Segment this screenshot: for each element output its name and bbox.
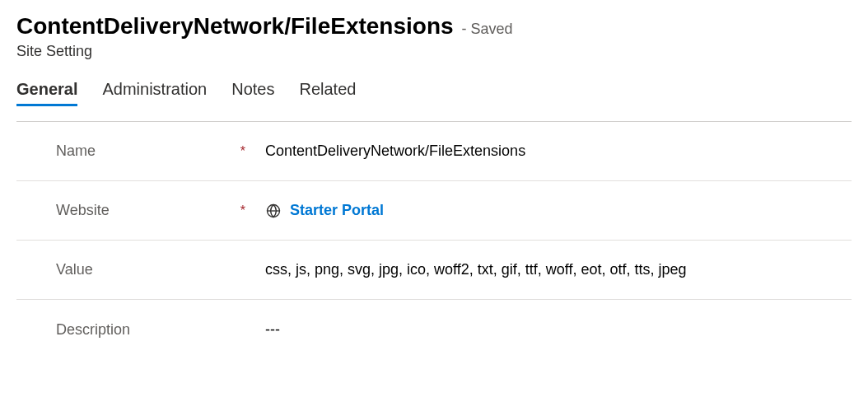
name-value: ContentDeliveryNetwork/FileExtensions: [265, 143, 525, 160]
name-field[interactable]: ContentDeliveryNetwork/FileExtensions: [262, 143, 843, 160]
tab-administration[interactable]: Administration: [102, 80, 207, 106]
description-label: Description: [56, 321, 130, 339]
entity-subtitle: Site Setting: [16, 43, 852, 60]
tab-general[interactable]: General: [16, 80, 77, 106]
field-row-website: Website * Starter Portal: [16, 181, 852, 241]
save-status: - Saved: [462, 21, 513, 38]
tab-notes[interactable]: Notes: [231, 80, 274, 106]
field-row-name: Name * ContentDeliveryNetwork/FileExtens…: [16, 122, 852, 181]
tab-bar: General Administration Notes Related: [16, 80, 852, 106]
website-label: Website: [56, 202, 110, 219]
field-row-value: Value css, js, png, svg, jpg, ico, woff2…: [16, 241, 852, 300]
description-text: ---: [265, 321, 280, 339]
website-link[interactable]: Starter Portal: [290, 202, 384, 219]
website-field[interactable]: Starter Portal: [262, 202, 843, 219]
form-panel: Name * ContentDeliveryNetwork/FileExtens…: [16, 121, 852, 359]
value-field[interactable]: css, js, png, svg, jpg, ico, woff2, txt,…: [262, 261, 843, 278]
tab-related[interactable]: Related: [299, 80, 356, 106]
name-label: Name: [56, 143, 96, 160]
required-indicator: *: [240, 144, 245, 159]
globe-icon: [265, 203, 282, 219]
value-label: Value: [56, 261, 93, 278]
value-text: css, js, png, svg, jpg, ico, woff2, txt,…: [265, 261, 687, 278]
required-indicator: *: [240, 203, 245, 218]
page-header: ContentDeliveryNetwork/FileExtensions - …: [16, 13, 852, 60]
field-row-description: Description ---: [16, 300, 852, 359]
page-title: ContentDeliveryNetwork/FileExtensions: [16, 13, 454, 40]
description-field[interactable]: ---: [262, 321, 843, 339]
